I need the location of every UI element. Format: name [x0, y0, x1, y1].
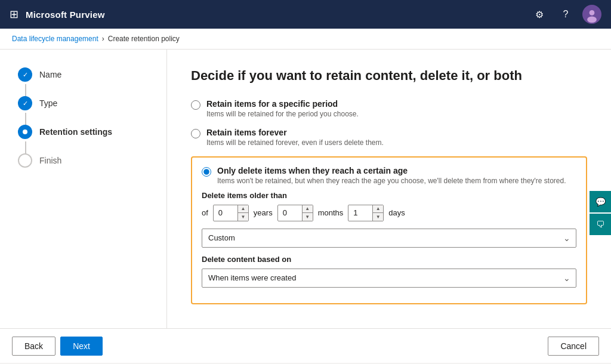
avatar[interactable]: [582, 5, 601, 24]
years-spin-up[interactable]: ▲: [238, 205, 248, 214]
breadcrumb-item-1[interactable]: Data lifecycle management: [12, 35, 98, 43]
svg-point-2: [587, 17, 597, 23]
breadcrumb-item-2: Create retention policy: [108, 35, 180, 43]
option-retain-forever-text: Retain items forever Items will be retai…: [206, 128, 384, 147]
years-input-wrap: ▲ ▼: [213, 205, 249, 221]
right-panel: 💬 🗨: [590, 191, 611, 235]
days-spin-buttons: ▲ ▼: [372, 205, 383, 221]
custom-dropdown[interactable]: Custom: [202, 229, 576, 248]
svg-point-1: [590, 10, 595, 16]
checkmark-icon: ✓: [23, 71, 28, 79]
option-retain-forever-label: Retain items forever: [206, 128, 384, 137]
chat-icon: 💬: [595, 197, 606, 206]
breadcrumb: Data lifecycle management › Create reten…: [0, 29, 611, 50]
custom-dropdown-wrap: Custom: [202, 229, 576, 248]
months-spin-down[interactable]: ▼: [303, 213, 313, 221]
months-spin-up[interactable]: ▲: [303, 205, 313, 214]
step-label-finish[interactable]: Finish: [39, 156, 61, 165]
radio-retain-forever[interactable]: [191, 129, 200, 138]
option-retain-forever[interactable]: Retain items forever Items will be retai…: [191, 128, 587, 147]
breadcrumb-separator: ›: [102, 35, 104, 43]
days-spin-down[interactable]: ▼: [373, 213, 383, 221]
radio-retain-specific[interactable]: [191, 100, 200, 110]
option-retain-specific-desc: Items will be retained for the period yo…: [206, 110, 359, 118]
days-input-wrap: ▲ ▼: [348, 205, 384, 221]
option-only-delete-desc: Items won't be retained, but when they r…: [217, 177, 566, 185]
back-button[interactable]: Back: [12, 337, 55, 356]
next-button[interactable]: Next: [60, 337, 103, 356]
feedback-icon: 🗨: [596, 220, 604, 229]
cancel-button[interactable]: Cancel: [548, 337, 599, 356]
option-retain-specific-text: Retain items for a specific period Items…: [206, 99, 359, 118]
step-label-name[interactable]: Name: [39, 70, 61, 79]
days-spin-up[interactable]: ▲: [373, 205, 383, 214]
step-label-type[interactable]: Type: [39, 98, 57, 108]
step-item-name: ✓ Name: [18, 67, 155, 82]
years-label: years: [254, 208, 273, 217]
topbar: ⊞ Microsoft Purview ⚙ ?: [0, 0, 611, 29]
based-on-label: Delete content based on: [202, 255, 576, 264]
years-spin-down[interactable]: ▼: [238, 213, 248, 221]
step-circle-finish: [18, 153, 32, 168]
option-retain-specific-label: Retain items for a specific period: [206, 99, 359, 109]
radio-only-delete[interactable]: [202, 167, 211, 177]
checkmark-icon-type: ✓: [23, 100, 28, 107]
content-area: Decide if you want to retain content, de…: [167, 50, 611, 328]
step-circle-type: ✓: [18, 96, 32, 110]
page-title: Decide if you want to retain content, de…: [191, 67, 587, 85]
right-btn-chat[interactable]: 💬: [590, 191, 611, 212]
app-name: Microsoft Purview: [26, 10, 105, 20]
step-item-retention: Retention settings: [18, 125, 155, 139]
footer: Back Next Cancel: [0, 328, 611, 363]
based-on-dropdown[interactable]: When items were created When items were …: [202, 269, 576, 288]
right-btn-feedback[interactable]: 🗨: [590, 214, 611, 235]
option-only-delete-text: Only delete items when they reach a cert…: [217, 166, 566, 185]
months-spin-buttons: ▲ ▼: [302, 205, 313, 221]
step-item-type: ✓ Type: [18, 96, 155, 110]
years-spin-buttons: ▲ ▼: [237, 205, 248, 221]
selected-option-box: Only delete items when they reach a cert…: [191, 156, 587, 304]
step-list: ✓ Name ✓ Type Retention settings Finish: [12, 67, 155, 168]
help-icon[interactable]: ?: [556, 5, 575, 24]
step-item-finish: Finish: [18, 153, 155, 168]
step-circle-name: ✓: [18, 67, 32, 82]
option-only-delete-label: Only delete items when they reach a cert…: [217, 166, 566, 175]
delete-older-label: Delete items older than: [202, 191, 576, 200]
months-label: months: [318, 208, 344, 217]
option-retain-specific[interactable]: Retain items for a specific period Items…: [191, 99, 587, 118]
settings-icon[interactable]: ⚙: [530, 5, 549, 24]
months-input-wrap: ▲ ▼: [277, 205, 313, 221]
main-layout: ✓ Name ✓ Type Retention settings Finish: [0, 50, 611, 328]
days-label: days: [388, 208, 405, 217]
step-circle-retention: [18, 125, 32, 139]
sidebar: ✓ Name ✓ Type Retention settings Finish: [0, 50, 167, 328]
step-dot-retention: [23, 129, 27, 134]
option-only-delete[interactable]: Only delete items when they reach a cert…: [202, 166, 576, 185]
of-label: of: [202, 208, 208, 217]
waffle-icon[interactable]: ⊞: [10, 8, 18, 21]
age-row: of ▲ ▼ years ▲ ▼ months: [202, 205, 576, 221]
option-retain-forever-desc: Items will be retained forever, even if …: [206, 138, 384, 147]
step-label-retention[interactable]: Retention settings: [39, 127, 112, 137]
based-on-dropdown-wrap: When items were created When items were …: [202, 269, 576, 288]
